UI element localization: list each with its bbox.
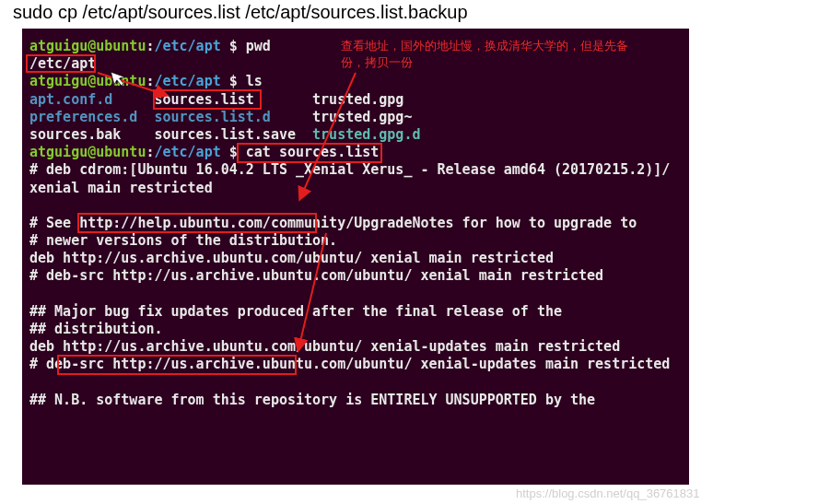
cat-l9: ## distribution.	[29, 321, 163, 337]
ls-preferences-d: preferences.d	[29, 109, 137, 125]
cat-l5: deb http://us.archive.ubuntu.com/ubuntu/…	[29, 250, 554, 266]
ls-sources-list-d: sources.list.d	[154, 109, 270, 125]
cmd-cat: cat sources.list	[246, 144, 380, 160]
title-command: sudo cp /etc/apt/sources.list /etc/apt/s…	[0, 0, 830, 25]
cat-l13: ## N.B. software from this repository is…	[29, 392, 595, 408]
prompt-sep-3: $	[221, 144, 246, 160]
ls-sources-bak: sources.bak	[29, 126, 121, 143]
user-host-2: atguigu@ubuntu	[29, 73, 146, 89]
watermark: https://blog.csdn.net/qq_36761831	[516, 486, 700, 500]
cat-l11: # deb-src http://us.archive.ubuntu.com/u…	[29, 356, 670, 372]
user-host: atguigu@ubuntu	[29, 38, 146, 54]
ls-trusted-gpg-tilde: trusted.gpg~	[312, 109, 412, 125]
prompt-sep-2: $	[221, 73, 246, 89]
user-host-3: atguigu@ubuntu	[29, 144, 146, 160]
ls-trusted-gpg: trusted.gpg	[312, 91, 403, 108]
prompt-sep: $	[221, 38, 246, 54]
ls-apt-conf-d: apt.conf.d	[29, 91, 112, 108]
ls-sources-list: sources.list	[154, 91, 253, 108]
terminal[interactable]: atguigu@ubuntu:/etc/apt $ pwd /etc/apt a…	[22, 29, 689, 485]
terminal-wrapper: atguigu@ubuntu:/etc/apt $ pwd /etc/apt a…	[22, 29, 689, 485]
cwd-path: /etc/apt	[154, 38, 220, 54]
pwd-output: /etc/apt	[29, 55, 96, 72]
cat-l10: deb http://us.archive.ubuntu.com/ubuntu/…	[29, 338, 620, 355]
cwd-path-3: /etc/apt	[154, 144, 220, 160]
cmd-ls: ls	[246, 73, 263, 89]
ls-sources-list-save: sources.list.save	[154, 126, 296, 143]
cat-l3: # See http://help.ubuntu.com/community/U…	[29, 215, 637, 231]
cat-l1: # deb cdrom:[Ubuntu 16.04.2 LTS _Xenial …	[29, 161, 678, 195]
cat-l4: # newer versions of the distribution.	[29, 232, 337, 249]
cat-l8: ## Major bug fix updates produced after …	[29, 303, 562, 320]
cwd-path-2: /etc/apt	[154, 73, 220, 89]
cat-l6: # deb-src http://us.archive.ubuntu.com/u…	[29, 267, 603, 284]
ls-trusted-gpg-d: trusted.gpg.d	[312, 126, 420, 143]
cmd-pwd: pwd	[246, 38, 271, 54]
